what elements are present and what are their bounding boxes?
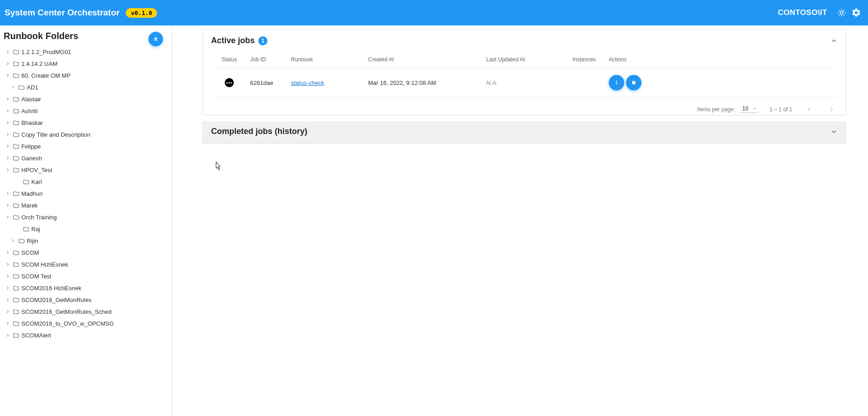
folder-tree-item[interactable]: Ashriti (0, 105, 171, 117)
folder-tree-item[interactable]: Alastair (0, 93, 171, 105)
folder-label: 60. Create OM MP (21, 72, 70, 79)
col-updated: Last Updated At (483, 52, 570, 69)
paginator-prev-button[interactable] (803, 106, 815, 113)
chevron-right-icon (4, 120, 12, 125)
folder-tree-item[interactable]: Raj (0, 223, 171, 235)
chevron-right-icon (4, 167, 12, 173)
folder-label: SCOMAlert (21, 332, 51, 339)
folder-tree-item[interactable]: SCOM2016_to_OVO_w_OPCMSG (0, 317, 171, 329)
folder-icon (13, 285, 20, 292)
app-header: System Center Orchestrator v0.1.0 CONTOS… (0, 0, 868, 25)
chevron-right-icon (4, 250, 12, 255)
folder-tree-item[interactable]: Bhaskar (0, 117, 171, 129)
folder-tree-item[interactable]: Rijin (0, 235, 171, 247)
folder-tree-item[interactable]: Marek (0, 199, 171, 211)
col-created: Created At (365, 52, 483, 69)
runbook-link[interactable]: status-check (291, 79, 324, 86)
active-jobs-panel: Active jobs 1 Status Job ID Runbook Crea… (202, 29, 846, 115)
chevron-right-icon (4, 214, 12, 220)
col-instances: Instances (570, 52, 606, 69)
active-jobs-paginator: Items per page: 10 1 – 1 of 1 (203, 103, 846, 115)
status-running-icon: ••• (225, 78, 234, 87)
folder-tree-item[interactable]: 1.4.14.2 UAM (0, 58, 171, 69)
folder-tree-item[interactable]: Ganesh (0, 152, 171, 164)
folder-label: SCOM2016_GetMonRules (21, 297, 92, 303)
folder-tree-item[interactable]: SCOM2016_GetMonRules_Sched (0, 306, 171, 317)
app-title: System Center Orchestrator (5, 8, 119, 18)
folder-tree-item[interactable]: 60. Create OM MP (0, 69, 171, 81)
debug-icon[interactable] (836, 7, 847, 18)
table-row: ••• 6261dae status-check Mar 16, 2022, 9… (211, 69, 838, 97)
folder-label: Karl (31, 178, 42, 185)
folder-label: SCOM (21, 249, 39, 256)
folder-label: Alastair (21, 96, 41, 103)
folder-label: SCOM Test (21, 273, 51, 280)
folder-tree-item[interactable]: HPOV_Test (0, 164, 171, 176)
folder-tree-item[interactable]: SCOMAlert (0, 329, 171, 341)
folder-icon (18, 238, 25, 244)
items-per-page-select[interactable]: 10 (740, 105, 759, 113)
chevron-right-icon (4, 144, 12, 149)
chevron-right-icon (4, 155, 12, 161)
col-job-id: Job ID (247, 52, 288, 69)
folder-tree[interactable]: 1.2.1.2_ProdMG011.4.14.2 UAM60. Create O… (0, 46, 172, 416)
folder-label: HPOV_Test (21, 167, 52, 173)
folder-icon (13, 155, 20, 162)
folder-tree-item[interactable]: Madhuri (0, 188, 171, 199)
folder-tree-item[interactable]: SCOM2016 HizliEsnek (0, 282, 171, 294)
col-runbook: Runbook (288, 52, 365, 69)
folder-tree-item[interactable]: Karl (0, 176, 171, 188)
folder-icon (13, 108, 20, 114)
paginator-next-button[interactable] (826, 106, 838, 113)
folder-icon (13, 332, 20, 339)
chevron-right-icon (4, 96, 12, 102)
folder-tree-item[interactable]: SCOM2016_GetMonRules (0, 294, 171, 306)
folder-icon (13, 96, 20, 103)
folder-icon (13, 297, 20, 303)
folder-icon (13, 320, 20, 327)
folder-icon (13, 308, 20, 315)
chevron-right-icon (4, 285, 12, 291)
folder-tree-item[interactable]: Felippe (0, 140, 171, 152)
svg-point-1 (616, 81, 617, 82)
folder-label: Bhaskar (21, 119, 43, 126)
folder-label: Orch Training (21, 214, 57, 221)
folder-icon (18, 84, 25, 91)
cell-job-id: 6261dae (247, 69, 288, 97)
folder-tree-item[interactable]: Orch Training (0, 211, 171, 223)
expand-completed-jobs-button[interactable] (830, 128, 838, 135)
folder-tree-item[interactable]: SCOM (0, 247, 171, 258)
folder-tree-item[interactable]: SCOM Test (0, 270, 171, 282)
folder-label: 1.2.1.2_ProdMG01 (21, 49, 71, 55)
job-stop-button[interactable] (626, 75, 641, 90)
folder-tree-item[interactable]: AD1 (0, 81, 171, 93)
chevron-right-icon (9, 238, 17, 243)
job-info-button[interactable] (609, 75, 624, 90)
folder-icon (13, 119, 20, 126)
folder-icon (13, 214, 20, 221)
folder-tree-item[interactable]: SCOM HizliEsnek (0, 258, 171, 270)
cell-updated: N.A. (486, 79, 498, 86)
folder-tree-item[interactable]: Copy Title and Description (0, 129, 171, 140)
completed-jobs-panel: Completed jobs (history) (202, 122, 846, 144)
folder-label: Ganesh (21, 155, 42, 162)
chevron-right-icon (4, 273, 12, 279)
completed-jobs-title: Completed jobs (history) (211, 127, 307, 136)
folder-tree-item[interactable]: 1.2.1.2_ProdMG01 (0, 46, 171, 58)
folder-label: SCOM2016_GetMonRules_Sched (21, 308, 112, 315)
collapse-active-jobs-button[interactable] (830, 37, 838, 45)
settings-icon[interactable] (851, 7, 862, 18)
folder-icon (13, 72, 20, 79)
folder-label: Copy Title and Description (21, 131, 90, 138)
current-user-label: CONTOSO\IT (778, 8, 827, 17)
folder-icon (13, 190, 20, 197)
folder-label: SCOM HizliEsnek (21, 261, 68, 268)
collapse-sidebar-button[interactable] (148, 32, 163, 46)
folder-icon (13, 143, 20, 150)
svg-rect-2 (616, 82, 617, 84)
folder-icon (23, 178, 30, 185)
folder-label: Ashriti (21, 108, 38, 114)
folder-icon (13, 60, 20, 67)
chevron-right-icon (4, 61, 12, 66)
chevron-right-icon (4, 108, 12, 114)
